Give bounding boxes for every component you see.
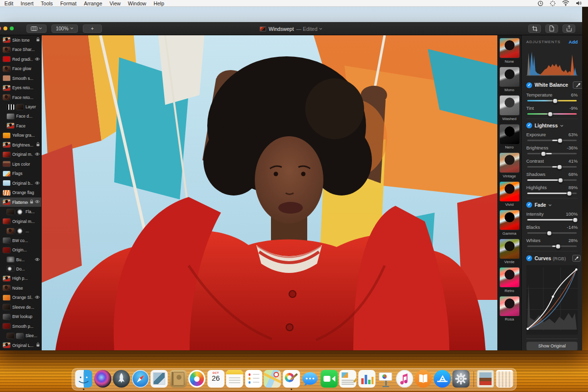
preset-none[interactable]: None: [499, 38, 520, 64]
lock-icon[interactable]: [30, 199, 33, 205]
launchpad-dock-icon[interactable]: [112, 369, 130, 389]
layer-row[interactable]: Noise: [0, 283, 41, 293]
crop-button[interactable]: [528, 24, 541, 33]
layer-row[interactable]: Skin tone: [0, 35, 41, 45]
layer-row[interactable]: Face glow: [0, 64, 41, 73]
layer-row[interactable]: BW lookup: [0, 312, 41, 321]
preset-rosa[interactable]: Rosa: [499, 296, 520, 322]
preset-vivid[interactable]: Vivid: [499, 182, 520, 207]
layer-row[interactable]: Original L...: [0, 341, 41, 350]
layer-row[interactable]: Smooth s...: [0, 74, 41, 83]
eye-icon[interactable]: [35, 295, 40, 300]
menu-item-insert[interactable]: Insert: [21, 0, 33, 6]
slider-track[interactable]: [527, 232, 577, 234]
slider-thumb[interactable]: [557, 164, 562, 170]
downloads-dock-icon[interactable]: [476, 369, 494, 389]
notes-dock-icon[interactable]: [225, 369, 244, 389]
slider-thumb[interactable]: [552, 98, 558, 103]
slider-track[interactable]: [527, 219, 577, 220]
safari-dock-icon[interactable]: [131, 369, 149, 389]
slider-thumb[interactable]: [558, 177, 563, 183]
slider-track[interactable]: [527, 179, 577, 181]
layer-row[interactable]: Original m...: [0, 217, 41, 226]
preset-nero[interactable]: Nero: [499, 124, 520, 150]
curves-mode[interactable]: (RGB): [553, 256, 566, 261]
eye-icon[interactable]: [35, 152, 40, 157]
slider-track[interactable]: [527, 100, 577, 101]
menu-item-help[interactable]: Help: [153, 0, 164, 6]
eye-icon[interactable]: [35, 199, 40, 205]
layer-row[interactable]: Lips color: [0, 159, 41, 169]
preset-washed[interactable]: Washed: [499, 96, 520, 121]
layer-row[interactable]: Flattened: [0, 197, 41, 207]
layer-row[interactable]: Yellow gra...: [0, 131, 41, 140]
white-balance-eyedropper-icon[interactable]: [573, 81, 582, 89]
time-machine-icon[interactable]: [537, 0, 543, 6]
layer-row[interactable]: Sleeve de...: [0, 302, 41, 312]
slider-track[interactable]: [527, 166, 577, 168]
numbers-dock-icon[interactable]: [358, 369, 376, 389]
layer-row[interactable]: Original b...: [0, 178, 41, 188]
slider-thumb[interactable]: [566, 191, 572, 196]
preferences-dock-icon[interactable]: [452, 369, 470, 389]
slider-thumb[interactable]: [572, 217, 578, 222]
show-original-button[interactable]: Show Original: [526, 342, 578, 350]
section-enabled-checkbox[interactable]: ✓: [526, 82, 532, 88]
preset-retro[interactable]: Retro: [499, 268, 520, 293]
slider-track[interactable]: [527, 140, 577, 141]
section-enabled-checkbox[interactable]: ✓: [526, 122, 532, 128]
export-button[interactable]: [563, 24, 575, 33]
volume-icon[interactable]: [576, 0, 582, 6]
zoom-button[interactable]: [10, 26, 14, 30]
trash-dock-icon[interactable]: [495, 369, 514, 389]
wifi-icon[interactable]: [562, 0, 569, 6]
layer-row[interactable]: Orange flag: [0, 188, 41, 197]
menu-item-arrange[interactable]: Arrange: [84, 0, 102, 6]
facetime-dock-icon[interactable]: [320, 369, 338, 389]
menu-item-window[interactable]: Window: [128, 0, 146, 6]
layer-row[interactable]: Red gradi...: [0, 54, 41, 64]
layer-row[interactable]: BW co...: [0, 236, 41, 245]
layer-row[interactable]: Face: [0, 121, 41, 130]
zoom-level-button[interactable]: 100%: [51, 24, 78, 33]
menu-item-tools[interactable]: Tools: [41, 0, 53, 6]
mail-dock-icon[interactable]: [150, 369, 168, 389]
lock-icon[interactable]: [36, 343, 40, 348]
curves-graph[interactable]: [526, 265, 578, 335]
appstore-dock-icon[interactable]: [433, 369, 451, 389]
canvas-image[interactable]: [42, 35, 497, 350]
menu-item-view[interactable]: View: [110, 0, 121, 6]
layer-row[interactable]: Fla...: [0, 207, 41, 216]
slider-thumb[interactable]: [541, 151, 546, 156]
slider-thumb[interactable]: [547, 230, 552, 236]
input-source-icon[interactable]: [550, 0, 556, 6]
layer-row[interactable]: Original m...: [0, 150, 41, 159]
slider-track[interactable]: [527, 245, 577, 247]
preset-mono[interactable]: Mono: [499, 67, 520, 93]
slider-track[interactable]: [527, 113, 577, 115]
preset-vintage[interactable]: Vintage: [499, 153, 520, 178]
section-enabled-checkbox[interactable]: ✓: [526, 202, 532, 208]
siri-dock-icon[interactable]: [94, 369, 112, 389]
pages-dock-icon[interactable]: [339, 369, 357, 389]
calendar-dock-icon[interactable]: OCT 26: [207, 369, 225, 389]
layer-row[interactable]: ...: [0, 226, 41, 235]
layer-row[interactable]: Layer: [0, 102, 41, 111]
slider-thumb[interactable]: [548, 111, 553, 117]
layer-row[interactable]: Slee...: [0, 331, 41, 341]
eye-icon[interactable]: [35, 181, 40, 186]
view-options-button[interactable]: [26, 24, 47, 33]
preset-verde[interactable]: Verde: [499, 239, 520, 265]
layer-row[interactable]: Origin...: [0, 245, 41, 254]
slider-track[interactable]: [527, 153, 577, 154]
keynote-dock-icon[interactable]: [376, 369, 394, 389]
contacts-dock-icon[interactable]: [169, 369, 187, 389]
eye-icon[interactable]: [35, 57, 40, 62]
add-adjustment-link[interactable]: Add: [569, 39, 578, 45]
layer-row[interactable]: Smooth p...: [0, 321, 41, 331]
photos-dock-icon[interactable]: [188, 369, 206, 389]
black-point-eyedropper-icon[interactable]: [572, 255, 581, 262]
minimize-button[interactable]: [3, 26, 7, 30]
layer-row[interactable]: Orange Sl...: [0, 293, 41, 302]
layer-row[interactable]: Bu...: [0, 255, 41, 264]
